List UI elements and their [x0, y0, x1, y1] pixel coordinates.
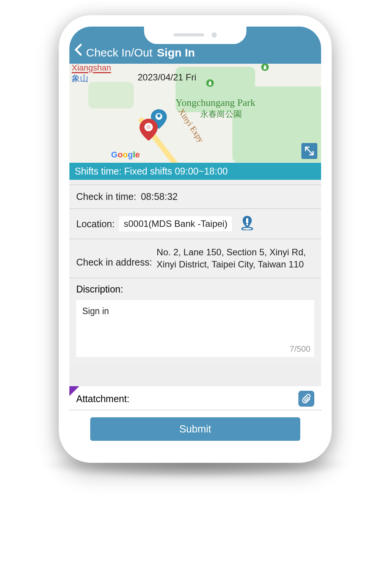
- expand-icon: [304, 146, 314, 156]
- paperclip-icon: [301, 394, 311, 404]
- map-fullscreen-button[interactable]: [301, 143, 317, 159]
- checkin-time-value: 08:58:32: [141, 191, 177, 202]
- description-block: Discription: Sign in 7/500: [69, 278, 321, 365]
- stage: Check In/Out Sign In Xiangshan 象山 2023/0…: [0, 0, 392, 566]
- checkin-time-label: Check in time:: [76, 191, 136, 202]
- submit-button[interactable]: Submit: [90, 417, 300, 441]
- location-row: Location: s0001(MDS Bank -Taipei): [69, 209, 321, 239]
- location-select[interactable]: s0001(MDS Bank -Taipei): [119, 216, 232, 231]
- attachment-corner-decor: [69, 386, 79, 396]
- metro-station-ch: 象山: [72, 73, 111, 84]
- back-button[interactable]: [74, 44, 82, 58]
- nav-prev-title[interactable]: Check In/Out: [86, 46, 152, 59]
- park-label-ch: 永春崗公園: [200, 108, 242, 120]
- map-greenspace: [88, 82, 134, 108]
- speaker-grill: [174, 33, 204, 36]
- checkin-time-row: Check in time: 08:58:32: [69, 184, 321, 209]
- chevron-left-icon: [74, 44, 82, 56]
- attachment-row: Attatchment:: [69, 386, 321, 410]
- section-gap: [69, 365, 321, 386]
- location-pin-icon: [240, 215, 254, 230]
- nav-current-title: Sign In: [157, 46, 195, 59]
- map-area[interactable]: Xiangshan 象山 2023/04/21 Fri Yongchungang…: [69, 64, 321, 163]
- shifts-banner: Shifts time: Fixed shifts 09:00~18:00: [69, 163, 321, 180]
- screen: Check In/Out Sign In Xiangshan 象山 2023/0…: [69, 27, 321, 451]
- submit-bar: Submit: [69, 410, 321, 451]
- phone-notch: [144, 27, 246, 44]
- location-pin-button[interactable]: [240, 215, 254, 233]
- map-attribution: Google: [111, 150, 140, 160]
- svg-rect-7: [246, 218, 248, 223]
- form-rows: Check in time: 08:58:32 Location: s0001(…: [69, 180, 321, 365]
- tree-icon: [261, 64, 269, 71]
- svg-point-5: [146, 125, 151, 129]
- park-label-en: Yongchungang Park: [176, 97, 255, 108]
- svg-point-8: [246, 224, 248, 226]
- address-label: Check in address:: [76, 257, 152, 268]
- address-value: No. 2, Lane 150, Section 5, Xinyi Rd, Xi…: [157, 246, 314, 271]
- metro-station-en: Xiangshan: [72, 64, 111, 73]
- address-row: Check in address: No. 2, Lane 150, Secti…: [69, 239, 321, 278]
- front-camera: [212, 32, 217, 38]
- attachment-label: Attatchment:: [76, 393, 129, 404]
- description-value: Sign in: [82, 306, 109, 316]
- description-counter: 7/500: [290, 344, 310, 354]
- description-label: Discription:: [76, 284, 314, 295]
- map-pin-primary-icon: [140, 119, 158, 142]
- phone-frame: Check In/Out Sign In Xiangshan 象山 2023/0…: [59, 15, 332, 463]
- map-date-label: 2023/04/21 Fri: [138, 72, 196, 83]
- tree-icon: [206, 79, 214, 87]
- svg-point-3: [157, 114, 161, 117]
- attachment-add-button[interactable]: [298, 391, 314, 407]
- metro-station-label: Xiangshan 象山: [72, 64, 111, 84]
- description-textarea[interactable]: Sign in 7/500: [76, 300, 314, 357]
- location-label: Location:: [76, 219, 114, 230]
- shifts-text: Shifts time: Fixed shifts 09:00~18:00: [75, 166, 228, 176]
